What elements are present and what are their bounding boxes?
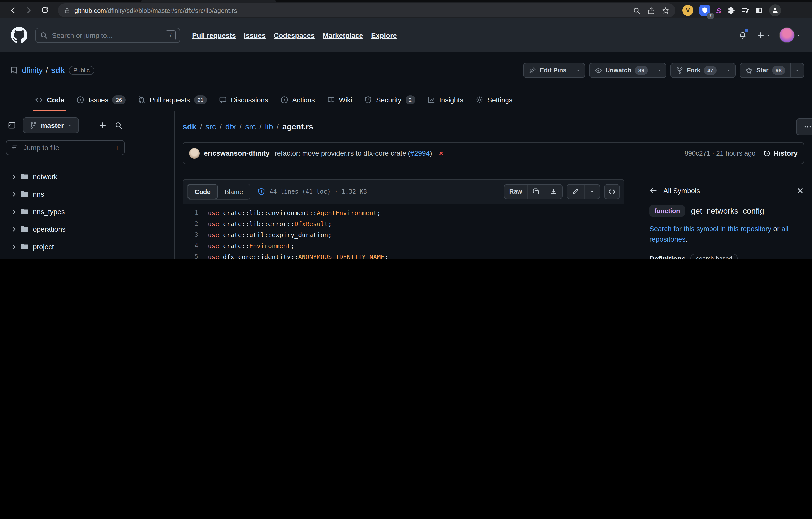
nav-pull-requests[interactable]: Pull requests (192, 31, 236, 39)
tree-folder-network[interactable]: network (6, 168, 126, 185)
chevron-down-icon[interactable] (571, 63, 584, 77)
tab-insights[interactable]: Insights (423, 89, 467, 111)
nav-marketplace[interactable]: Marketplace (323, 31, 363, 39)
tree-folder-project[interactable]: project (6, 238, 126, 255)
repo-owner-link[interactable]: dfinity (22, 66, 43, 75)
line-number[interactable]: 2 (186, 220, 198, 227)
browser-back-icon[interactable] (6, 3, 20, 18)
line-number[interactable]: 1 (186, 209, 198, 216)
edit-dropdown[interactable] (584, 185, 600, 199)
tree-folder-nns_types[interactable]: nns_types (6, 203, 126, 220)
chevron-down-icon[interactable] (722, 63, 735, 77)
tree-folder-operations[interactable]: operations (6, 221, 126, 238)
unwatch-button[interactable]: Unwatch39 (589, 63, 666, 78)
line-number[interactable]: 5 (186, 253, 198, 260)
commit-author[interactable]: ericswanson-dfinity (204, 149, 269, 157)
share-icon[interactable] (647, 7, 655, 14)
address-bar[interactable]: github.com/dfinity/sdk/blob/master/src/d… (58, 3, 675, 18)
code-listing[interactable]: 1use crate::lib::environment::AgentEnvir… (183, 204, 624, 260)
nav-codespaces[interactable]: Codespaces (273, 31, 315, 39)
tab-code-view[interactable]: Code (187, 184, 218, 199)
nav-explore[interactable]: Explore (371, 31, 397, 39)
repo-actions: Edit PinsUnwatch39Fork47Star98 (523, 63, 804, 78)
tab-issues[interactable]: Issues26 (72, 89, 129, 111)
folder-icon (21, 243, 28, 250)
symbol-search-links[interactable]: Search for this symbol in this repositor… (649, 224, 800, 245)
code-line-5[interactable]: 5use dfx_core::identity::ANONYMOUS_IDENT… (183, 251, 624, 260)
breadcrumb-dfx-2[interactable]: dfx (226, 122, 236, 131)
symbols-toggle-button[interactable] (604, 184, 620, 199)
tab-blame-view[interactable]: Blame (218, 184, 250, 199)
tab-pull-requests[interactable]: Pull requests21 (134, 89, 211, 111)
symbols-panel-title[interactable]: All Symbols (663, 187, 700, 195)
nav-issues[interactable]: Issues (244, 31, 266, 39)
code-line-1[interactable]: 1use crate::lib::environment::AgentEnvir… (183, 207, 624, 218)
pr-link[interactable]: #2994 (410, 149, 430, 157)
tab-security[interactable]: Security2 (360, 89, 419, 111)
sidepanel-icon[interactable] (755, 6, 763, 15)
code-line-4[interactable]: 4use crate::Environment; (183, 240, 624, 251)
tab-wiki[interactable]: Wiki (323, 89, 356, 111)
jump-to-file-input[interactable]: Jump to file T (6, 140, 125, 155)
extension-s-icon[interactable]: S (716, 6, 721, 15)
branch-selector[interactable]: master (23, 117, 79, 133)
repo-name-link[interactable]: sdk (51, 66, 65, 75)
pr-icon (137, 96, 145, 104)
playlist-icon[interactable] (741, 6, 749, 15)
user-menu[interactable] (779, 27, 801, 43)
chevron-down-icon[interactable] (790, 63, 804, 77)
breadcrumb-lib-4[interactable]: lib (265, 122, 273, 131)
tab-actions[interactable]: Actions (276, 89, 319, 111)
chevron-down-icon[interactable] (653, 63, 666, 77)
edit-button[interactable] (567, 185, 584, 199)
breadcrumb-src-1[interactable]: src (205, 122, 216, 131)
history-button[interactable]: History (763, 149, 798, 157)
line-number[interactable]: 3 (186, 231, 198, 238)
raw-button[interactable]: Raw (504, 185, 527, 199)
commit-message[interactable]: refactor: move provider.rs to dfx-core c… (274, 149, 432, 157)
tab-discussions[interactable]: Discussions (215, 89, 272, 111)
notifications-button[interactable] (737, 29, 749, 41)
bookmark-star-icon[interactable] (662, 7, 669, 14)
more-options-button[interactable] (796, 118, 812, 135)
symbol-search-link[interactable]: Search for this symbol in this repositor… (649, 224, 771, 233)
zoom-icon[interactable] (633, 7, 640, 14)
code-scanning-shield-icon[interactable] (258, 188, 266, 196)
line-number[interactable]: 4 (186, 242, 198, 249)
tree-folder-replica[interactable]: replica (6, 255, 126, 260)
password-manager-icon[interactable]: 7 (699, 5, 710, 16)
folder-icon (21, 225, 28, 233)
add-file-icon[interactable] (97, 119, 109, 131)
count-badge: 39 (635, 66, 648, 75)
commit-author-avatar[interactable] (189, 148, 200, 159)
browser-forward-icon[interactable] (22, 3, 36, 18)
collapse-sidebar-icon[interactable] (6, 119, 18, 131)
download-button[interactable] (545, 185, 562, 199)
code-line-2[interactable]: 2use crate::lib::error::DfxResult; (183, 218, 624, 229)
edit-pins-button[interactable]: Edit Pins (523, 63, 585, 78)
breadcrumb-src-3[interactable]: src (245, 122, 256, 131)
browser-reload-icon[interactable] (38, 3, 52, 18)
tree-search-icon[interactable] (113, 119, 125, 131)
tree-folder-nns[interactable]: nns (6, 186, 126, 202)
button-label: Star (756, 67, 768, 74)
person-icon (771, 6, 779, 15)
create-new-button[interactable] (757, 31, 771, 39)
back-arrow-icon[interactable] (649, 187, 657, 195)
breadcrumb-sdk-0[interactable]: sdk (182, 122, 196, 131)
browser-profile-avatar[interactable] (769, 4, 781, 17)
copy-button[interactable] (527, 185, 545, 199)
search-input[interactable]: Search or jump to... / (35, 28, 180, 43)
commit-status-failed[interactable]: × (439, 149, 443, 157)
extension-v-icon[interactable]: V (682, 5, 693, 16)
code-line-3[interactable]: 3use crate::util::expiry_duration; (183, 229, 624, 240)
extensions-puzzle-icon[interactable] (727, 6, 735, 15)
star-button[interactable]: Star98 (740, 63, 804, 78)
browser-tab[interactable] (141, 0, 276, 2)
tab-settings[interactable]: Settings (471, 89, 517, 111)
tab-code[interactable]: Code (31, 89, 68, 111)
fork-button[interactable]: Fork47 (670, 63, 736, 78)
tab-count: 26 (113, 95, 126, 104)
close-icon[interactable] (796, 187, 804, 195)
github-logo-icon[interactable] (11, 27, 27, 44)
